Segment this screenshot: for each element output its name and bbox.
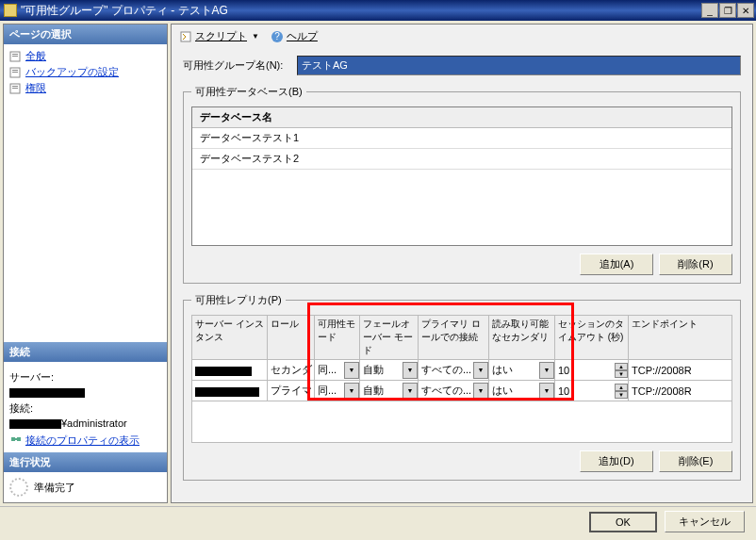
- progress-text: 準備完了: [34, 481, 75, 495]
- session-timeout-input[interactable]: 10▲▼: [555, 384, 628, 399]
- connection-info: サーバー: 接続: ¥administrator 接続のプロパティの表示: [4, 362, 167, 452]
- readable-secondary-select[interactable]: はい▼: [489, 360, 554, 380]
- svg-rect-8: [12, 88, 18, 89]
- col-readable-secondary: 読み取り可能なセカンダリ: [489, 316, 555, 360]
- title-bar: "可用性グループ" プロパティ - テストAG _ ❐ ✕: [0, 0, 756, 21]
- col-endpoint: エンドポイント: [629, 316, 732, 360]
- db-column-header: データベース名: [192, 107, 731, 128]
- endpoint-cell[interactable]: TCP://2008R: [629, 385, 731, 397]
- script-button[interactable]: スクリプト: [195, 29, 247, 43]
- dialog-button-bar: OK キャンセル: [0, 506, 756, 536]
- svg-rect-7: [12, 86, 18, 87]
- chevron-down-icon[interactable]: ▼: [539, 362, 554, 379]
- readable-secondary-select[interactable]: はい▼: [489, 381, 554, 401]
- table-row[interactable]: セカンダリ 同...▼ 自動▼ すべての...▼ はい▼ 10▲▼ TCP://…: [192, 360, 732, 381]
- server-value: [9, 386, 161, 398]
- failover-mode-select[interactable]: 自動▼: [360, 381, 418, 401]
- close-button[interactable]: ✕: [737, 3, 754, 18]
- group-name-label: 可用性グループ名(N):: [183, 58, 291, 73]
- connection-label: 接続:: [9, 401, 161, 416]
- window-title: "可用性グループ" プロパティ - テストAG: [21, 3, 700, 19]
- chevron-down-icon[interactable]: ▼: [473, 383, 488, 400]
- svg-rect-1: [12, 54, 18, 55]
- svg-rect-11: [14, 438, 18, 440]
- sidebar-item-backup[interactable]: バックアップの設定: [8, 64, 163, 80]
- col-availability-mode: 可用性モード: [315, 316, 360, 360]
- help-icon: ?: [271, 30, 284, 43]
- progress-spinner-icon: [9, 478, 28, 497]
- maximize-button[interactable]: ❐: [719, 3, 736, 18]
- list-item[interactable]: データベーステスト1: [192, 128, 731, 149]
- role-cell: プライマリ: [268, 384, 314, 398]
- replicas-legend: 可用性レプリカ(P): [191, 293, 286, 307]
- content-toolbar: スクリプト ▼ ? ヘルプ: [172, 25, 752, 48]
- chevron-down-icon[interactable]: ▼: [539, 383, 554, 400]
- primary-connections-select[interactable]: すべての...▼: [419, 381, 488, 401]
- cancel-button[interactable]: キャンセル: [665, 511, 745, 532]
- connection-value: ¥administrator: [9, 417, 161, 429]
- sidebar-header-progress: 進行状況: [4, 452, 167, 472]
- spin-up-icon[interactable]: ▲: [615, 363, 628, 370]
- databases-fieldset: 可用性データベース(B) データベース名 データベーステスト1 データベーステス…: [183, 85, 741, 284]
- sidebar-item-label: バックアップの設定: [25, 65, 119, 79]
- spin-down-icon[interactable]: ▼: [615, 370, 628, 378]
- svg-rect-5: [12, 72, 18, 73]
- remove-replica-button[interactable]: 削除(E): [659, 450, 732, 472]
- sidebar-header-pages: ページの選択: [4, 25, 167, 44]
- page-icon: [9, 67, 23, 78]
- primary-connections-select[interactable]: すべての...▼: [419, 360, 488, 380]
- database-list[interactable]: データベース名 データベーステスト1 データベーステスト2: [191, 106, 732, 246]
- group-name-input[interactable]: テストAG: [297, 56, 741, 75]
- spin-down-icon[interactable]: ▼: [615, 391, 628, 399]
- content-pane: スクリプト ▼ ? ヘルプ 可用性グループ名(N): テストAG 可用性データベ…: [171, 24, 753, 503]
- replicas-fieldset: 可用性レプリカ(P) サーバー インスタンス ロール 可用性モード フェールオー…: [183, 293, 741, 481]
- sidebar: ページの選択 全般 バックアップの設定 権限 接続 サーバー: 接続: ¥adm…: [3, 24, 168, 503]
- spin-up-icon[interactable]: ▲: [615, 384, 628, 391]
- chevron-down-icon[interactable]: ▼: [403, 362, 418, 379]
- endpoint-cell[interactable]: TCP://2008R: [629, 365, 731, 376]
- view-connection-properties-link[interactable]: 接続のプロパティの表示: [25, 434, 140, 448]
- failover-mode-select[interactable]: 自動▼: [360, 360, 418, 380]
- chevron-down-icon[interactable]: ▼: [403, 383, 418, 400]
- svg-rect-2: [12, 56, 18, 57]
- col-failover-mode: フェールオーバー モード: [360, 316, 419, 360]
- add-replica-button[interactable]: 追加(D): [580, 450, 653, 472]
- server-label: サーバー:: [9, 370, 161, 385]
- svg-text:?: ?: [274, 31, 280, 41]
- remove-database-button[interactable]: 削除(R): [659, 254, 732, 275]
- svg-rect-4: [12, 70, 18, 71]
- chevron-down-icon[interactable]: ▼: [252, 32, 259, 41]
- chevron-down-icon[interactable]: ▼: [344, 362, 359, 379]
- page-icon: [9, 83, 23, 94]
- col-primary-connections: プライマリ ロールでの接続: [419, 316, 489, 360]
- script-icon: [179, 30, 192, 43]
- table-row: [192, 401, 732, 443]
- list-item[interactable]: データベーステスト2: [192, 149, 731, 170]
- role-cell: セカンダリ: [268, 363, 314, 377]
- col-session-timeout: セッションのタイムアウト (秒): [555, 316, 629, 360]
- add-database-button[interactable]: 追加(A): [580, 254, 653, 275]
- session-timeout-input[interactable]: 10▲▼: [555, 363, 628, 378]
- app-icon: [4, 4, 17, 17]
- chevron-down-icon[interactable]: ▼: [473, 362, 488, 379]
- server-instance-cell: [192, 385, 267, 396]
- chevron-down-icon[interactable]: ▼: [344, 383, 359, 400]
- sidebar-item-general[interactable]: 全般: [8, 48, 163, 64]
- sidebar-item-permissions[interactable]: 権限: [8, 80, 163, 96]
- sidebar-item-label: 権限: [25, 81, 46, 95]
- sidebar-header-connection: 接続: [4, 342, 167, 362]
- ok-button[interactable]: OK: [589, 512, 657, 532]
- col-server-instance: サーバー インスタンス: [192, 316, 268, 360]
- col-role: ロール: [268, 316, 315, 360]
- minimize-button[interactable]: _: [701, 3, 718, 18]
- help-button[interactable]: ヘルプ: [287, 29, 318, 43]
- page-icon: [9, 51, 23, 62]
- sidebar-item-label: 全般: [25, 49, 46, 63]
- availability-mode-select[interactable]: 同...▼: [315, 381, 359, 401]
- replica-table: サーバー インスタンス ロール 可用性モード フェールオーバー モード プライマ…: [191, 315, 732, 443]
- databases-legend: 可用性データベース(B): [191, 85, 306, 99]
- availability-mode-select[interactable]: 同...▼: [315, 360, 359, 380]
- table-row[interactable]: プライマリ 同...▼ 自動▼ すべての...▼ はい▼ 10▲▼ TCP://…: [192, 381, 732, 401]
- connection-icon: [9, 433, 23, 448]
- server-instance-cell: [192, 364, 267, 375]
